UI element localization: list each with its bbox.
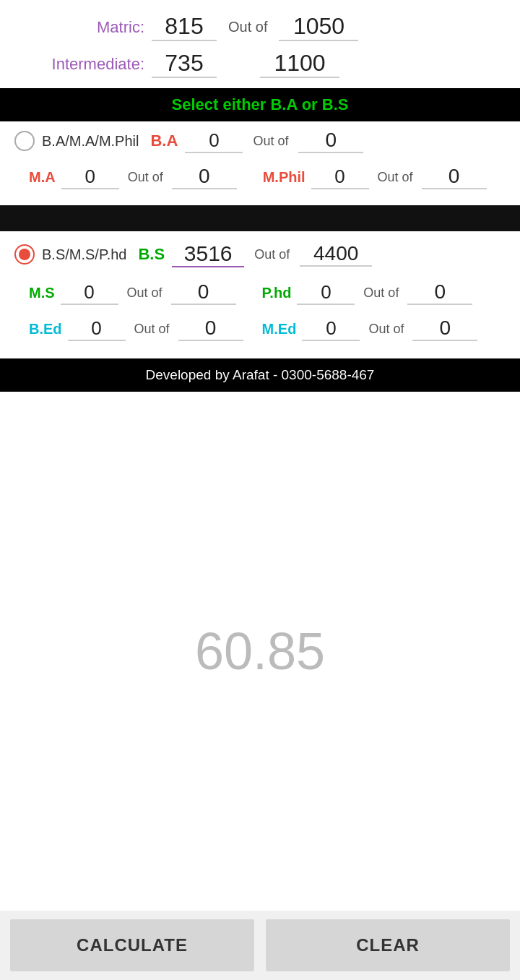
- bed-label: B.Ed: [29, 321, 62, 338]
- med-label: M.Ed: [262, 321, 297, 338]
- select-banner: Select either B.A or B.S: [0, 88, 520, 121]
- ba-ma-row: M.A Out of M.Phil Out of: [14, 159, 506, 195]
- med-out-of: Out of: [368, 322, 404, 337]
- result-area: 60.85: [0, 392, 520, 911]
- ba-total-input[interactable]: [298, 129, 363, 153]
- bottom-buttons: CALCULATE CLEAR: [0, 911, 520, 980]
- mphil-label: M.Phil: [263, 169, 306, 186]
- bs-radio[interactable]: [14, 244, 35, 265]
- ba-radio[interactable]: [14, 131, 35, 151]
- bs-bed-row: B.Ed Out of M.Ed Out of: [14, 311, 506, 347]
- bs-out-of: Out of: [254, 247, 290, 262]
- ba-radio-row: B.A/M.A/M.Phil B.A Out of: [14, 129, 506, 153]
- mphil-out-of: Out of: [378, 170, 413, 185]
- intermediate-score-input[interactable]: [152, 50, 217, 78]
- bs-radio-row: B.S/M.S/P.hd B.S Out of: [14, 241, 506, 267]
- matric-row: Matric: Out of: [0, 0, 520, 46]
- bs-label: B.S: [138, 245, 165, 264]
- matric-out-of: Out of: [228, 19, 267, 35]
- bs-ms-row: M.S Out of P.hd Out of: [14, 275, 506, 311]
- ma-total-input[interactable]: [172, 165, 237, 189]
- ba-out-of: Out of: [253, 134, 288, 149]
- mphil-score-input[interactable]: [311, 166, 369, 189]
- phd-score-input[interactable]: [297, 281, 355, 305]
- bed-out-of: Out of: [134, 322, 170, 337]
- intermediate-row: Intermediate:: [0, 46, 520, 88]
- med-score-input[interactable]: [302, 317, 360, 341]
- section-divider: [0, 205, 520, 231]
- app-container: Matric: Out of Intermediate: Select eith…: [0, 0, 520, 980]
- intermediate-label: Intermediate:: [22, 55, 144, 74]
- ba-section-label: B.A/M.A/M.Phil: [42, 133, 139, 150]
- ms-score-input[interactable]: [61, 281, 118, 305]
- ms-label: M.S: [29, 285, 55, 301]
- bs-section: B.S/M.S/P.hd B.S Out of M.S Out of P.hd …: [0, 234, 520, 354]
- ba-section: B.A/M.A/M.Phil B.A Out of M.A Out of M.P…: [0, 121, 520, 202]
- ba-score-input[interactable]: [185, 129, 243, 153]
- intermediate-total-input[interactable]: [260, 50, 339, 78]
- bs-total-input[interactable]: [300, 242, 372, 267]
- ma-out-of: Out of: [128, 170, 163, 185]
- calculate-button[interactable]: CALCULATE: [10, 919, 254, 971]
- developer-bar: Developed by Arafat - 0300-5688-467: [0, 358, 520, 392]
- result-value: 60.85: [195, 622, 325, 681]
- bs-section-label: B.S/M.S/P.hd: [42, 246, 126, 263]
- phd-label: P.hd: [262, 285, 292, 301]
- ms-total-input[interactable]: [171, 280, 236, 305]
- bed-score-input[interactable]: [68, 317, 126, 341]
- matric-score-input[interactable]: [152, 13, 217, 41]
- ma-score-input[interactable]: [61, 166, 119, 189]
- bs-score-input[interactable]: [172, 241, 244, 267]
- bed-total-input[interactable]: [178, 317, 243, 341]
- matric-total-input[interactable]: [279, 13, 358, 41]
- ms-out-of: Out of: [127, 285, 162, 301]
- ba-label: B.A: [150, 132, 178, 150]
- phd-total-input[interactable]: [407, 280, 472, 305]
- mphil-total-input[interactable]: [422, 165, 487, 189]
- clear-button[interactable]: CLEAR: [266, 919, 510, 971]
- phd-out-of: Out of: [363, 285, 399, 301]
- ma-label: M.A: [29, 169, 56, 186]
- med-total-input[interactable]: [412, 317, 477, 341]
- matric-label: Matric:: [22, 18, 144, 37]
